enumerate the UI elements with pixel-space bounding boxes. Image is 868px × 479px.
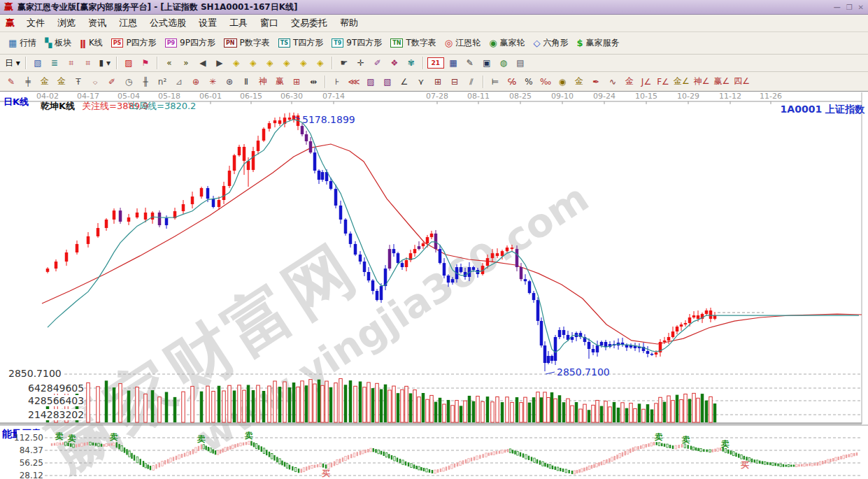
period-day-selector[interactable]: 日 ▾ [3,56,22,70]
permille-icon[interactable]: ‰ [538,75,553,89]
save-icon[interactable]: ▣ [479,56,495,70]
shen-angle-icon[interactable]: 神∠ [692,75,711,89]
f-angle-icon[interactable]: F∠ [655,75,671,89]
expand-all-icon[interactable]: ◈ [313,56,328,70]
ink-pen-icon[interactable]: ✒ [588,75,604,89]
menu-窗口[interactable]: 窗口 [254,15,285,31]
menu-公式选股[interactable]: 公式选股 [143,15,192,31]
cycle3-icon[interactable]: ⌗ [64,56,79,70]
menu-江恩[interactable]: 江恩 [113,15,143,31]
grid-arrow-icon[interactable]: ⊟ [447,75,462,89]
f-line-icon[interactable]: Ŧ [71,75,86,89]
toolbar-quotes-button[interactable]: ▦行情 [4,35,41,51]
percent-icon[interactable]: % [521,75,536,89]
menu-帮助[interactable]: 帮助 [334,15,364,31]
cycle9-icon[interactable]: ⌗ [80,56,96,70]
grid-icon[interactable]: ⊞ [430,75,446,89]
maximize-button[interactable]: ❐ [846,3,853,11]
toolbar-9p-square-button[interactable]: P99P四方形 [161,35,220,51]
n2-icon[interactable]: n² [155,75,170,89]
calendar-icon[interactable]: 21 [427,57,444,69]
crosshair-icon[interactable]: ✛ [353,56,369,70]
zoom-h-icon[interactable]: ◈ [262,56,278,70]
zoom-right-icon[interactable]: ◈ [246,56,261,70]
jump-end-icon[interactable]: » [178,56,194,70]
k-mark-icon[interactable]: Ⅱ [239,75,254,89]
formula-icon[interactable]: ▨ [121,56,136,70]
gold-ratio-icon[interactable]: 金 [37,75,52,89]
note-icon[interactable]: ✎ [462,56,478,70]
gann-square-icon[interactable]: ▧ [380,75,395,89]
minimize-button[interactable]: — [834,3,841,11]
toolbar-9t-square-button[interactable]: T99T四方形 [327,35,386,51]
ruler-grid-icon[interactable]: ╫ [138,75,153,89]
span-arrow-icon[interactable]: ⇹ [306,75,321,89]
fan-lines-icon[interactable]: ⋘ [346,75,362,89]
gann-grid-icon[interactable]: ╪ [20,75,36,89]
spider-web-icon[interactable]: ⊛ [222,75,237,89]
gold2-angle-icon[interactable]: 金∠ [672,75,691,89]
cycle-clock-icon[interactable]: ◷ [121,75,136,89]
gold-section-icon[interactable]: 金 [54,75,69,89]
shen-tool-icon[interactable]: 神 [255,75,271,89]
analysis-icon[interactable]: ✾ [404,56,419,70]
win-angle-icon[interactable]: 赢∠ [713,75,732,89]
j-angle-icon[interactable]: J∠ [639,75,654,89]
target-circle-icon[interactable]: ⊕ [188,75,204,89]
gold-circle-icon[interactable]: ◉ [555,75,570,89]
menu-文件[interactable]: 文件 [20,15,51,31]
pointer-tool-icon[interactable]: ✐ [370,56,385,70]
pen-tool-icon[interactable]: ✎ [3,75,19,89]
toolbar-kline-button[interactable]: ǁK线 [76,35,106,51]
toolbar-gann-wheel-button[interactable]: ◎江恩轮 [441,35,485,51]
toolbar-sectors-button[interactable]: ▚板块 [41,35,76,51]
wave-icon[interactable]: ∿ [605,75,620,89]
parallel-icon[interactable]: ⫽ [464,75,479,89]
toolbar-t-number-table-button[interactable]: TNT数字表 [386,35,441,51]
calculator-icon[interactable]: ▦ [446,56,461,70]
angle-lines-icon[interactable]: ∠ [397,75,412,89]
network-icon[interactable]: ◍ [496,56,511,70]
jump-start-icon[interactable]: « [162,56,177,70]
prev-bar-icon[interactable]: ◀ [195,56,211,70]
menu-资讯[interactable]: 资讯 [82,15,113,31]
scale-icon[interactable]: ⊨ [488,75,503,89]
star-web-icon[interactable]: ✳ [205,75,220,89]
zoom-left-icon[interactable]: ◈ [229,56,244,70]
menu-设置[interactable]: 设置 [192,15,223,31]
candle-style-selector[interactable]: ▮ ▾ [97,56,113,70]
close-button[interactable]: ✕ [858,3,864,11]
window-controls[interactable]: —❐✕ [834,3,864,11]
toolbar-t-square-button[interactable]: TST四方形 [274,35,328,51]
percent-line-icon[interactable]: ℅ [504,75,520,89]
v-lines-icon[interactable]: ⋎ [413,75,429,89]
compress-icon[interactable]: ◈ [279,56,294,70]
gold-line-icon[interactable]: 金 [571,75,587,89]
gann-box-icon[interactable]: ▨ [363,75,378,89]
system-icon[interactable]: ▤ [513,56,528,70]
toolbar-winner-service-button[interactable]: $赢家服务 [573,35,624,51]
brush-icon[interactable]: ✐ [104,75,120,89]
four-angle-icon[interactable]: 四∠ [732,75,751,89]
kline-chart[interactable]: 赢家财富网www.yingjia360.com04-0204-1705-0405… [0,92,868,479]
toolbar-p-square-button[interactable]: PSP四方形 [107,35,161,51]
ruler123-icon[interactable]: ⊞ [289,75,304,89]
toolbar-p-number-table-button[interactable]: PNP数字表 [220,35,274,51]
hand-tool-icon[interactable]: ☛ [336,56,352,70]
win-tool-icon[interactable]: 赢 [272,75,287,89]
menu-浏览[interactable]: 浏览 [51,15,82,31]
menu-交易委托[interactable]: 交易委托 [285,15,334,31]
chart-area[interactable]: 赢家财富网www.yingjia360.com04-0204-1705-0405… [0,92,868,479]
menu-工具[interactable]: 工具 [223,15,254,31]
angle-icon[interactable]: ⊿ [171,75,187,89]
toolbar-hexagon-button[interactable]: ◇六角形 [529,35,573,51]
expand-v-icon[interactable]: ◈ [296,56,311,70]
toolbar-winner-wheel-button[interactable]: ◉赢家轮 [485,35,529,51]
draw-tools-icon[interactable]: ❖ [387,56,402,70]
window-grid-icon[interactable]: ▧ [30,56,45,70]
gold-angle-icon[interactable]: 金 [622,75,637,89]
frame-icon[interactable]: ⊦ [329,75,345,89]
spiral-icon[interactable]: ⌔ [87,75,103,89]
color-flag-icon[interactable]: ⚑ [138,56,153,70]
next-bar-icon[interactable]: ▶ [212,56,227,70]
